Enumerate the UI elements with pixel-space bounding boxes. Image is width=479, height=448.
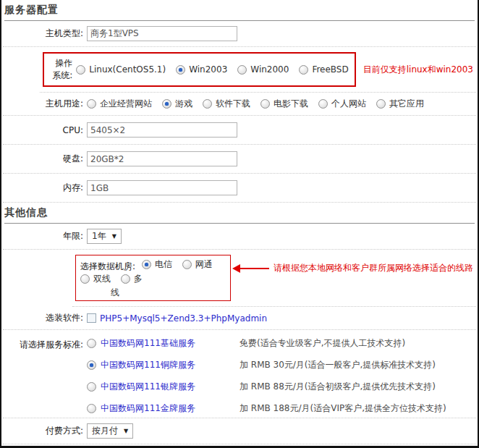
arrow-line	[240, 268, 269, 269]
purpose-row: 主机用途: 企业经营网站 游戏 软件下载 电影下载 个人网站 其它应用	[3, 93, 476, 116]
os-highlight-box: 操作系统: Linux(CentOS5.1) Win2003 Win2000 F…	[43, 52, 356, 87]
cpu-row: CPU:	[3, 116, 476, 145]
datacenter-note: 请根据您本地网络和客户群所属网络选择适合的线路	[274, 262, 473, 274]
datacenter-option-telecom[interactable]: 电信	[142, 258, 172, 271]
service-option-basic[interactable]: 中国数码网111基础服务 免费(适合专业级客户,不提供人工技术支持)	[87, 337, 446, 350]
os-option-linux[interactable]: Linux(CentOS5.1)	[76, 64, 166, 75]
radio-icon[interactable]	[87, 339, 96, 348]
radio-icon[interactable]	[87, 99, 96, 109]
radio-icon[interactable]	[299, 65, 308, 75]
radio-icon[interactable]	[237, 65, 247, 75]
radio-icon[interactable]	[162, 99, 171, 109]
radio-icon[interactable]	[376, 99, 386, 109]
software-row: 选装软件: PHP5+Mysql5+Zend3.3+PhpMyadmin	[3, 307, 476, 330]
datacenter-annotation: 请根据您本地网络和客户群所属网络选择适合的线路	[231, 262, 473, 274]
memory-input[interactable]	[87, 180, 237, 195]
radio-icon[interactable]	[176, 65, 185, 75]
host-type-input[interactable]	[87, 26, 237, 41]
os-support-note: 目前仅支持linux和win2003	[363, 64, 473, 76]
payment-select[interactable]: 按月付 ▼	[87, 423, 133, 439]
datacenter-highlight-box: 选择数据机房: 电信 网通 双线 多 线	[75, 255, 231, 301]
radio-icon[interactable]	[260, 99, 270, 109]
software-option-php[interactable]: PHP5+Mysql5+Zend3.3+PhpMyadmin	[87, 313, 267, 324]
datacenter-option-dual-line[interactable]: 双线	[80, 273, 111, 285]
service-option-bronze[interactable]: 中国数码网111铜牌服务 加 RMB 30元/月(适合一般客户,提供标准技术支持…	[87, 359, 446, 371]
server-config-page: 服务器配置 主机类型: 操作系统: Linux(CentOS5.1) Win20…	[0, 0, 479, 448]
purpose-label: 主机用途:	[6, 98, 87, 110]
other-info-title: 其他信息	[3, 203, 476, 222]
radio-icon[interactable]	[80, 274, 90, 284]
page-title: 服务器配置	[3, 0, 476, 20]
cpu-input[interactable]	[87, 122, 237, 138]
years-select[interactable]: 1年 ▼	[87, 229, 122, 244]
radio-icon[interactable]	[87, 360, 96, 370]
datacenter-row: 选择数据机房: 电信 网通 双线 多 线 请根据您本地网络和客户群所属网络选择适	[72, 250, 476, 307]
purpose-option-personal-site[interactable]: 个人网站	[318, 98, 366, 110]
os-option-win2000[interactable]: Win2000	[237, 64, 289, 75]
service-standard-label: 请选择服务标准:	[6, 337, 87, 351]
os-option-freebsd[interactable]: FreeBSD	[299, 64, 348, 75]
datacenter-option-multi-line[interactable]: 多	[121, 273, 143, 285]
remark-row: 备注: 请简要说明主机用途,域名数量等: 选择机房:中国电信机房(强烈推荐) ▲…	[3, 444, 476, 448]
disk-row: 硬盘:	[3, 145, 476, 174]
radio-icon[interactable]	[87, 382, 96, 392]
radio-icon[interactable]	[87, 404, 96, 413]
purpose-option-game[interactable]: 游戏	[162, 98, 192, 110]
years-row: 年限: 1年 ▼	[3, 224, 476, 250]
chevron-down-icon: ▼	[112, 233, 116, 240]
memory-label: 内存:	[6, 182, 87, 194]
datacenter-option-multi-line-wrap: 线	[111, 287, 224, 299]
payment-row: 付费方式: 按月付 ▼	[3, 418, 476, 444]
purpose-option-software-download[interactable]: 软件下载	[203, 98, 250, 110]
os-option-win2003[interactable]: Win2003	[176, 64, 227, 75]
software-label: 选装软件:	[6, 312, 87, 324]
years-label: 年限:	[6, 230, 87, 242]
service-option-gold[interactable]: 中国数码网111金牌服务 加 RMB 188元/月(适合VIP客户,提供全方位技…	[87, 402, 446, 415]
host-type-row: 主机类型:	[3, 21, 476, 47]
datacenter-label: 选择数据机房:	[80, 261, 139, 271]
host-type-label: 主机类型:	[6, 28, 87, 40]
purpose-option-movie-download[interactable]: 电影下载	[260, 98, 308, 110]
service-option-silver[interactable]: 中国数码网111银牌服务 加 RMB 88元/月(适合初级客户,提供优先技术支持…	[87, 381, 446, 393]
radio-icon[interactable]	[318, 99, 328, 109]
radio-icon[interactable]	[182, 260, 192, 269]
disk-input[interactable]	[87, 151, 237, 166]
payment-label: 付费方式:	[6, 425, 87, 437]
radio-icon[interactable]	[76, 65, 85, 75]
checkbox-icon[interactable]	[87, 313, 96, 323]
datacenter-option-netcom[interactable]: 网通	[182, 258, 213, 271]
os-label: 操作系统:	[48, 57, 76, 82]
service-options: 中国数码网111基础服务 免费(适合专业级客户,不提供人工技术支持) 中国数码网…	[87, 337, 446, 416]
memory-row: 内存:	[3, 174, 476, 203]
chevron-down-icon: ▼	[124, 428, 128, 434]
radio-icon[interactable]	[203, 99, 212, 109]
os-row: 操作系统: Linux(CentOS5.1) Win2003 Win2000 F…	[40, 47, 476, 93]
radio-icon[interactable]	[142, 260, 151, 269]
disk-label: 硬盘:	[6, 153, 87, 165]
service-standard-row: 请选择服务标准: 中国数码网111基础服务 免费(适合专业级客户,不提供人工技术…	[3, 330, 476, 418]
purpose-option-business-site[interactable]: 企业经营网站	[87, 98, 152, 110]
left-arrow-icon	[232, 264, 240, 273]
radio-icon[interactable]	[121, 274, 130, 284]
purpose-option-other[interactable]: 其它应用	[376, 98, 424, 110]
cpu-label: CPU:	[6, 125, 87, 135]
